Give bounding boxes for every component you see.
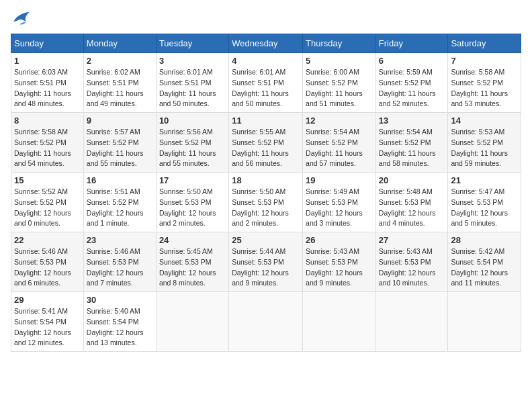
bird-icon	[12, 11, 31, 26]
day-info: Sunrise: 5:44 AM Sunset: 5:53 PM Dayligh…	[232, 246, 300, 289]
calendar-cell: 17 Sunrise: 5:50 AM Sunset: 5:53 PM Dayl…	[156, 173, 228, 232]
day-number: 3	[159, 56, 226, 66]
day-number: 8	[14, 116, 81, 126]
day-info: Sunrise: 5:46 AM Sunset: 5:53 PM Dayligh…	[14, 246, 81, 289]
calendar-week-row: 22 Sunrise: 5:46 AM Sunset: 5:53 PM Dayl…	[11, 232, 521, 292]
calendar-cell: 8 Sunrise: 5:58 AM Sunset: 5:52 PM Dayli…	[11, 113, 84, 173]
calendar-week-row: 15 Sunrise: 5:52 AM Sunset: 5:52 PM Dayl…	[11, 173, 521, 232]
day-info: Sunrise: 5:51 AM Sunset: 5:52 PM Dayligh…	[87, 187, 153, 229]
day-info: Sunrise: 5:42 AM Sunset: 5:54 PM Dayligh…	[451, 246, 518, 289]
day-number: 24	[159, 235, 226, 245]
calendar-cell: 24 Sunrise: 5:45 AM Sunset: 5:53 PM Dayl…	[156, 232, 228, 292]
day-info: Sunrise: 5:43 AM Sunset: 5:53 PM Dayligh…	[306, 246, 373, 289]
calendar-cell: 22 Sunrise: 5:46 AM Sunset: 5:53 PM Dayl…	[11, 232, 84, 292]
day-info: Sunrise: 5:58 AM Sunset: 5:52 PM Dayligh…	[451, 67, 518, 109]
calendar-cell: 2 Sunrise: 6:02 AM Sunset: 5:51 PM Dayli…	[83, 53, 156, 113]
weekday-header-wednesday: Wednesday	[229, 34, 303, 53]
calendar-cell	[156, 292, 228, 352]
calendar-cell: 20 Sunrise: 5:48 AM Sunset: 5:53 PM Dayl…	[375, 173, 448, 232]
day-number: 7	[451, 56, 518, 66]
day-number: 14	[451, 116, 518, 126]
day-number: 2	[87, 56, 153, 66]
calendar-cell: 10 Sunrise: 5:56 AM Sunset: 5:52 PM Dayl…	[156, 113, 228, 173]
day-info: Sunrise: 5:50 AM Sunset: 5:53 PM Dayligh…	[232, 187, 300, 229]
day-number: 4	[232, 56, 300, 66]
day-number: 22	[14, 235, 81, 245]
day-info: Sunrise: 5:48 AM Sunset: 5:53 PM Dayligh…	[379, 187, 445, 229]
day-number: 12	[306, 116, 373, 126]
day-info: Sunrise: 6:03 AM Sunset: 5:51 PM Dayligh…	[14, 67, 81, 109]
calendar-cell: 19 Sunrise: 5:49 AM Sunset: 5:53 PM Dayl…	[303, 173, 376, 232]
day-number: 15	[14, 175, 81, 185]
day-info: Sunrise: 6:00 AM Sunset: 5:52 PM Dayligh…	[306, 67, 373, 109]
day-number: 25	[232, 235, 300, 245]
calendar-week-row: 29 Sunrise: 5:41 AM Sunset: 5:54 PM Dayl…	[11, 292, 521, 352]
calendar-cell: 29 Sunrise: 5:41 AM Sunset: 5:54 PM Dayl…	[11, 292, 84, 352]
calendar-cell: 18 Sunrise: 5:50 AM Sunset: 5:53 PM Dayl…	[229, 173, 303, 232]
day-number: 13	[379, 116, 445, 126]
weekday-header-row: SundayMondayTuesdayWednesdayThursdayFrid…	[11, 34, 521, 53]
day-number: 23	[87, 235, 153, 245]
calendar-cell: 14 Sunrise: 5:53 AM Sunset: 5:52 PM Dayl…	[448, 113, 521, 173]
day-number: 9	[87, 116, 153, 126]
calendar-cell: 15 Sunrise: 5:52 AM Sunset: 5:52 PM Dayl…	[11, 173, 84, 232]
calendar-week-row: 1 Sunrise: 6:03 AM Sunset: 5:51 PM Dayli…	[11, 53, 521, 113]
day-info: Sunrise: 6:01 AM Sunset: 5:51 PM Dayligh…	[159, 67, 226, 109]
calendar-cell: 30 Sunrise: 5:40 AM Sunset: 5:54 PM Dayl…	[83, 292, 156, 352]
logo	[11, 11, 31, 26]
weekday-header-thursday: Thursday	[303, 34, 376, 53]
day-number: 5	[306, 56, 373, 66]
calendar-cell: 23 Sunrise: 5:46 AM Sunset: 5:53 PM Dayl…	[83, 232, 156, 292]
day-info: Sunrise: 6:02 AM Sunset: 5:51 PM Dayligh…	[87, 67, 153, 109]
day-info: Sunrise: 5:43 AM Sunset: 5:53 PM Dayligh…	[379, 246, 445, 289]
day-info: Sunrise: 5:52 AM Sunset: 5:52 PM Dayligh…	[14, 187, 81, 229]
day-number: 21	[451, 175, 518, 185]
calendar-cell: 7 Sunrise: 5:58 AM Sunset: 5:52 PM Dayli…	[448, 53, 521, 113]
day-number: 17	[159, 175, 226, 185]
calendar-cell: 5 Sunrise: 6:00 AM Sunset: 5:52 PM Dayli…	[303, 53, 376, 113]
day-info: Sunrise: 5:41 AM Sunset: 5:54 PM Dayligh…	[14, 306, 81, 349]
day-info: Sunrise: 5:49 AM Sunset: 5:53 PM Dayligh…	[306, 187, 373, 229]
calendar-table: SundayMondayTuesdayWednesdayThursdayFrid…	[11, 34, 521, 352]
weekday-header-monday: Monday	[83, 34, 156, 53]
day-info: Sunrise: 5:56 AM Sunset: 5:52 PM Dayligh…	[159, 127, 226, 169]
day-number: 30	[87, 295, 153, 305]
day-number: 28	[451, 235, 518, 245]
calendar-cell: 27 Sunrise: 5:43 AM Sunset: 5:53 PM Dayl…	[375, 232, 448, 292]
calendar-cell	[303, 292, 376, 352]
weekday-header-saturday: Saturday	[448, 34, 521, 53]
weekday-header-tuesday: Tuesday	[156, 34, 228, 53]
day-info: Sunrise: 5:47 AM Sunset: 5:53 PM Dayligh…	[451, 187, 518, 229]
calendar-cell	[448, 292, 521, 352]
day-info: Sunrise: 5:54 AM Sunset: 5:52 PM Dayligh…	[379, 127, 445, 169]
day-info: Sunrise: 5:53 AM Sunset: 5:52 PM Dayligh…	[451, 127, 518, 169]
day-info: Sunrise: 5:45 AM Sunset: 5:53 PM Dayligh…	[159, 246, 226, 289]
day-info: Sunrise: 5:57 AM Sunset: 5:52 PM Dayligh…	[87, 127, 153, 169]
calendar-week-row: 8 Sunrise: 5:58 AM Sunset: 5:52 PM Dayli…	[11, 113, 521, 173]
calendar-cell: 13 Sunrise: 5:54 AM Sunset: 5:52 PM Dayl…	[375, 113, 448, 173]
day-number: 26	[306, 235, 373, 245]
day-number: 19	[306, 175, 373, 185]
calendar-cell: 4 Sunrise: 6:01 AM Sunset: 5:51 PM Dayli…	[229, 53, 303, 113]
day-info: Sunrise: 5:54 AM Sunset: 5:52 PM Dayligh…	[306, 127, 373, 169]
day-number: 16	[87, 175, 153, 185]
calendar-cell: 26 Sunrise: 5:43 AM Sunset: 5:53 PM Dayl…	[303, 232, 376, 292]
day-number: 6	[379, 56, 445, 66]
day-info: Sunrise: 5:46 AM Sunset: 5:53 PM Dayligh…	[87, 246, 153, 289]
day-number: 20	[379, 175, 445, 185]
calendar-cell: 11 Sunrise: 5:55 AM Sunset: 5:52 PM Dayl…	[229, 113, 303, 173]
day-number: 1	[14, 56, 81, 66]
calendar-cell: 12 Sunrise: 5:54 AM Sunset: 5:52 PM Dayl…	[303, 113, 376, 173]
calendar-cell: 9 Sunrise: 5:57 AM Sunset: 5:52 PM Dayli…	[83, 113, 156, 173]
calendar-cell: 16 Sunrise: 5:51 AM Sunset: 5:52 PM Dayl…	[83, 173, 156, 232]
day-info: Sunrise: 5:55 AM Sunset: 5:52 PM Dayligh…	[232, 127, 300, 169]
day-info: Sunrise: 5:58 AM Sunset: 5:52 PM Dayligh…	[14, 127, 81, 169]
page-header	[11, 11, 521, 26]
day-number: 18	[232, 175, 300, 185]
day-number: 29	[14, 295, 81, 305]
calendar-cell: 21 Sunrise: 5:47 AM Sunset: 5:53 PM Dayl…	[448, 173, 521, 232]
day-info: Sunrise: 5:40 AM Sunset: 5:54 PM Dayligh…	[87, 306, 153, 349]
day-info: Sunrise: 5:50 AM Sunset: 5:53 PM Dayligh…	[159, 187, 226, 229]
calendar-cell: 6 Sunrise: 5:59 AM Sunset: 5:52 PM Dayli…	[375, 53, 448, 113]
weekday-header-sunday: Sunday	[11, 34, 84, 53]
